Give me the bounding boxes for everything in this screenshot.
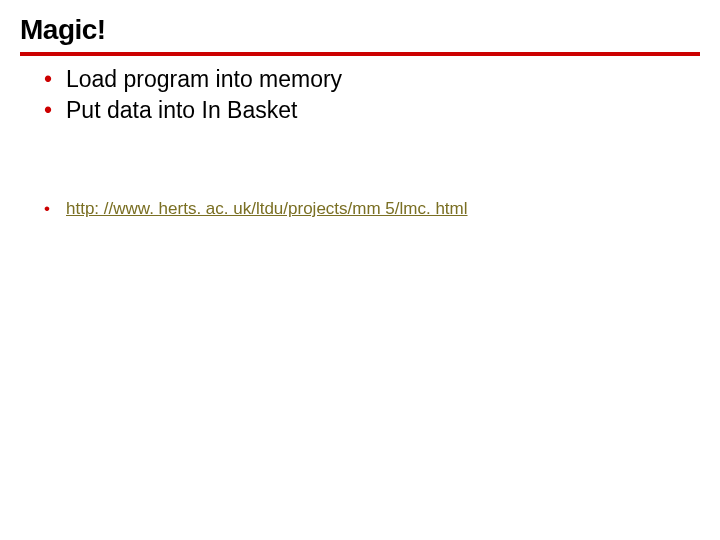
external-link[interactable]: http: //www. herts. ac. uk/ltdu/projects… — [66, 199, 468, 218]
link-list: http: //www. herts. ac. uk/ltdu/projects… — [20, 198, 700, 220]
slide: Magic! Load program into memory Put data… — [0, 0, 720, 220]
bullet-list: Load program into memory Put data into I… — [20, 64, 700, 126]
list-item: Put data into In Basket — [44, 95, 700, 126]
spacer — [20, 126, 700, 198]
list-item: Load program into memory — [44, 64, 700, 95]
list-item: http: //www. herts. ac. uk/ltdu/projects… — [44, 198, 700, 220]
title-underline — [20, 52, 700, 56]
slide-title: Magic! — [20, 14, 700, 46]
